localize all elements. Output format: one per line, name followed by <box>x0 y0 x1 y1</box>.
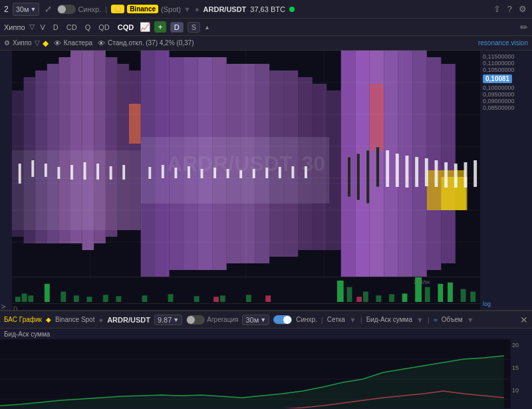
mode-cqd[interactable]: CQD <box>116 23 136 32</box>
price-display: 37,63 BTC <box>250 5 285 13</box>
add-button[interactable]: + <box>154 21 166 33</box>
cluster-item: 👁 Кластера <box>54 39 92 47</box>
svg-rect-54 <box>213 168 216 178</box>
svg-rect-72 <box>444 162 448 188</box>
svg-rect-43 <box>57 167 60 179</box>
question-icon[interactable]: ? <box>506 3 513 15</box>
eye-icon[interactable]: 👁 <box>54 39 61 47</box>
grid-label[interactable]: Сетка <box>327 316 345 323</box>
svg-rect-46 <box>96 164 99 180</box>
close-button[interactable]: ✕ <box>520 315 528 325</box>
svg-rect-37 <box>441 64 456 263</box>
mode-v[interactable]: V <box>39 23 47 32</box>
connection-indicator <box>289 7 295 12</box>
svg-rect-71 <box>435 160 438 187</box>
aggregation-toggle[interactable]: Агрегация <box>186 315 238 325</box>
exchange-info: 🪙 Binance (Spot) ▼ <box>111 5 191 13</box>
svg-rect-42 <box>45 164 47 177</box>
sync-toggle[interactable]: Синхр. <box>57 5 101 14</box>
main-chart-wrapper: V ARDR/USDT, 30 <box>0 51 532 310</box>
svg-rect-28 <box>141 137 330 204</box>
hippo-settings-icon[interactable]: ⚙ <box>4 39 10 47</box>
mode-d[interactable]: D <box>51 23 61 32</box>
stddev-label: Станд.откл. (37) 4,2% (0,37) <box>108 39 194 47</box>
mode-qd[interactable]: QD <box>96 23 112 32</box>
settings-icon[interactable]: ⚙ <box>517 3 528 15</box>
bottom-chart-header: Бид-Аск сумма <box>0 329 532 339</box>
svg-rect-57 <box>253 169 255 178</box>
svg-rect-100 <box>194 296 200 302</box>
chart-icon-bottom: ≈ <box>434 316 438 324</box>
svg-rect-63 <box>356 154 360 200</box>
heatmap-area: ARDR/USDT, 30 <box>12 51 480 277</box>
resonance-link[interactable]: resonance.vision <box>478 39 528 47</box>
svg-rect-59 <box>279 167 281 178</box>
current-price-tag: 0,10081 <box>483 74 512 83</box>
svg-rect-45 <box>84 162 86 180</box>
price-2: 0,11000000 <box>483 60 529 67</box>
svg-rect-52 <box>188 166 190 178</box>
svg-rect-90 <box>22 293 27 302</box>
sync-toggle-bottom[interactable] <box>273 315 292 325</box>
volume-area: 2 млн <box>12 277 480 303</box>
price-6: 0,09000000 <box>483 98 529 104</box>
svg-rect-68 <box>406 156 409 188</box>
eye2-icon[interactable]: 👁 <box>98 39 105 47</box>
bottom-panel: БАС График ◆ Binance Spot ● ARDR/USDT 9.… <box>0 310 532 409</box>
svg-rect-35 <box>412 51 427 277</box>
diamond-icon: ◆ <box>43 39 49 48</box>
s-button[interactable]: S <box>188 22 200 33</box>
svg-rect-107 <box>363 291 368 302</box>
d-button[interactable]: D <box>170 22 184 33</box>
log-label[interactable]: log <box>483 301 529 307</box>
expand-small-icon[interactable]: ▲ <box>204 24 210 31</box>
svg-rect-40 <box>19 164 21 184</box>
svg-rect-64 <box>366 150 370 204</box>
svg-rect-12 <box>129 104 141 144</box>
svg-rect-49 <box>148 167 151 179</box>
right-price-axis: 0,11500000 0,11000000 0,10500000 0,10081… <box>480 51 532 310</box>
price-7: 0,08500000 <box>483 104 529 111</box>
svg-rect-61 <box>305 166 307 178</box>
svg-rect-89 <box>15 297 21 302</box>
share-icon[interactable]: ⇧ <box>492 3 502 15</box>
exchange-name[interactable]: Binance <box>127 5 158 13</box>
svg-rect-66 <box>386 150 389 187</box>
mode-q[interactable]: Q <box>83 23 93 32</box>
pencil-icon[interactable]: ✏ <box>520 22 528 33</box>
bid-ask-label[interactable]: Бид-Аск сумма <box>366 316 412 323</box>
svg-rect-98 <box>142 295 148 302</box>
exchange-badge: 🪙 <box>111 5 124 13</box>
svg-rect-116 <box>470 291 475 302</box>
bottom-value-select[interactable]: 9.87 ▼ <box>154 315 182 325</box>
svg-rect-13 <box>12 150 142 230</box>
pair-label[interactable]: ARDR/USDT <box>203 5 247 13</box>
svg-rect-41 <box>31 160 34 177</box>
volume-label[interactable]: Объем <box>442 316 463 323</box>
hippo-filter-icon: ▽ <box>35 39 40 47</box>
svg-rect-51 <box>174 168 177 178</box>
price-3: 0,10500000 <box>483 67 529 73</box>
svg-rect-67 <box>396 154 399 187</box>
y-15: 15 <box>512 364 531 371</box>
svg-rect-114 <box>448 283 453 302</box>
indicator-label: Хиппо <box>4 23 25 31</box>
hippo-label: Хиппо <box>13 39 32 47</box>
mode-cd[interactable]: CD <box>65 23 79 32</box>
svg-rect-56 <box>239 170 242 178</box>
timeframe-select[interactable]: 30м ▼ <box>13 3 40 16</box>
bottom-timeframe-select[interactable]: 30м ▼ <box>242 315 269 325</box>
bottom-chart-area: ARDR/USDT, 30m Binance (Spot) resonance.… <box>0 339 532 409</box>
svg-rect-118 <box>12 304 480 310</box>
svg-rect-94 <box>74 295 79 302</box>
price-4: 0,10000000 <box>483 84 529 91</box>
top-toolbar: 2 30м ▼ ⤢ Синхр. | 🪙 Binance (Spot) ▼ ● … <box>0 0 532 19</box>
svg-rect-36 <box>427 57 442 270</box>
svg-rect-108 <box>376 295 382 302</box>
bottom-exchange: Binance Spot <box>55 316 95 323</box>
svg-rect-32 <box>370 84 384 150</box>
svg-rect-113 <box>438 284 443 302</box>
expand-icon[interactable]: ⤢ <box>43 3 53 15</box>
cluster-label: Кластера <box>64 39 92 47</box>
svg-rect-96 <box>103 295 108 302</box>
